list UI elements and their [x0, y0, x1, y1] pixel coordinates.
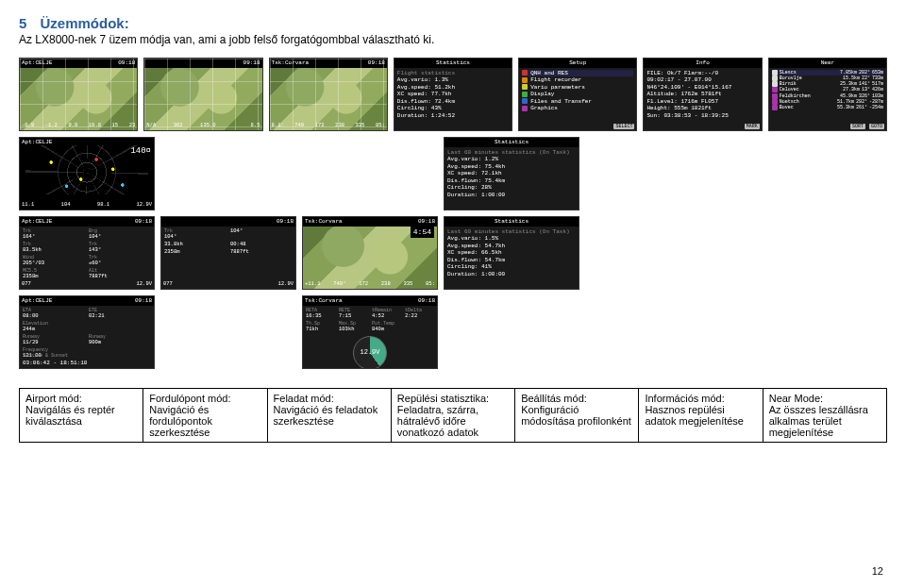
thumb-time: 09:18 [243, 59, 260, 67]
info-line: Height: 555m 1821ft [646, 105, 758, 112]
thumb-time: 09:18 [368, 59, 385, 67]
stats-subtitle: Flight statistics [397, 70, 509, 77]
menu-item: QNH and RES [530, 70, 568, 77]
stat-line: Dis.flown: 72.4km [397, 98, 509, 106]
thumb-turnpoint-data: 09:18 Trk104° 104° 33.8kh 00:48 2358m 78… [160, 216, 296, 290]
stat-line: Dis.flown: 75.4km [447, 177, 576, 185]
select-button: SELECT [613, 124, 634, 129]
airport-icon [772, 81, 778, 87]
menu-item: Vario parameters [530, 84, 585, 92]
task-time: 4:54 [411, 227, 434, 238]
menu-item-icon [522, 106, 528, 111]
goto-button: GOTO [869, 124, 884, 129]
menu-item: Files and Transfer [530, 98, 592, 106]
info-line: FILE: Ok/7 Flarm:--/0 [646, 70, 758, 77]
stat-line: XC speed: 72.1kh [447, 170, 576, 177]
desc-near: Near Mode:Az összes leszállásra alkalmas… [763, 389, 886, 443]
airport-icon [772, 76, 778, 81]
thumb-statistics: Statistics Flight statistics Avg.vario: … [394, 58, 512, 131]
stat-line: Duration: 1:00:00 [447, 271, 576, 278]
stat-line: Duration: 1:24:52 [397, 112, 509, 120]
mode-description-table: Airport mód:Navigálás és reptér kiválasz… [19, 388, 887, 443]
stat-line: Circling: 41% [447, 263, 576, 271]
airport-icon [772, 87, 778, 92]
thumb-airport-tactical: Apt:CELJE 140¤ 11.110498.112.9V [19, 137, 155, 210]
heading-text: Üzemmódok: [41, 15, 129, 31]
menu-item: Graphics [530, 105, 558, 112]
thumb-footer: -0.9 -1.2 9.9 19.8 15 23 [22, 123, 135, 129]
desc-stats: Repülési statisztika:Feladatra, szárra, … [391, 389, 514, 443]
panel-title: Near [821, 59, 834, 67]
thumb-task-info: Tsk:Corvara09:18 RETA16:35 RETE7:15 tRem… [302, 295, 438, 369]
desc-info: Információs mód:Hasznos repülési adatok … [639, 389, 763, 443]
thumb-row-4: Apt:CELJE09:18 ETA08:00 ETE02:21 Elevati… [19, 295, 887, 369]
thumb-title: Apt:CELJE [22, 218, 52, 226]
desc-turnpoint: Fordulópont mód:Navigáció és fordulópont… [143, 389, 267, 443]
thumb-statistics-60min: Statistics Last 60 minutes statistics (O… [444, 137, 579, 210]
airport-icon [772, 70, 778, 76]
airport-icon [772, 105, 778, 110]
thumb-airport-map: Apt:CELJE09:18 -0.9 -1.2 9.9 19.8 15 23 [19, 58, 138, 131]
stats-subtitle: Last 60 minutes statistics (On Task) [447, 228, 576, 236]
thumb-setup: Setup QNH and RES Flight recorder Vario … [518, 58, 637, 131]
stat-line: Dis.flown: 54.7km [447, 257, 576, 264]
thumb-statistics-60min-2: Statistics Last 60 minutes statistics (O… [444, 216, 579, 290]
sort-button: SORT [850, 124, 865, 129]
menu-item-icon [522, 98, 528, 104]
bearing-value: 140¤ [130, 146, 151, 157]
stat-line: Avg.vario: 1.5% [447, 235, 576, 243]
menu-item-icon [522, 70, 528, 76]
thumb-time: 09:18 [118, 59, 135, 67]
thumb-near: Near SLescs7.85km202°653m Borovlje15.5km… [768, 58, 887, 131]
thumb-title: Apt:CELJE [22, 59, 52, 67]
thumb-row-2: Apt:CELJE 140¤ 11.110498.112.9V Statisti… [19, 137, 887, 210]
panel-title: Info [696, 59, 709, 67]
stat-line: Circling: 28% [447, 184, 576, 192]
stat-line: Circling: 43% [397, 105, 509, 112]
info-line: Sun: 03:38:53 - 18:39:25 [646, 112, 758, 120]
panel-title: Setup [569, 59, 586, 67]
menu-item-icon [522, 92, 528, 97]
info-line: N46°24.109' - E014°15.167 [646, 84, 758, 92]
desc-task: Feladat mód:Navigáció és feladatok szerk… [267, 389, 391, 443]
thumb-title: Tsk:Corvara [272, 59, 310, 67]
thumb-footer: N/A 302 135.0 8.5 [146, 123, 260, 129]
desc-airport: Airport mód:Navigálás és reptér kiválasz… [20, 389, 143, 443]
stat-line: Avg.speed: 51.2kh [397, 84, 509, 92]
panel-title: Statistics [436, 59, 470, 67]
info-line: 09:02:17 - 27.07.00 [646, 76, 758, 84]
stat-line: XC speed: 66.5kh [447, 249, 576, 257]
thumb-task-map: Tsk:Corvara09:18 8.1: 749 172 238 335 85… [269, 58, 388, 131]
thumb-info: Info FILE: Ok/7 Flarm:--/0 09:02:17 - 27… [643, 58, 762, 131]
menu-item-icon [522, 84, 528, 90]
info-line: Fl.Level: 1716m FL057 [646, 98, 758, 106]
panel-title: Statistics [495, 218, 528, 226]
thumb-footer: 8.1: 749 172 238 335 85: [272, 123, 385, 129]
menu-item: Display [530, 91, 554, 98]
stats-subtitle: Last 60 minutes statistics (On Task) [447, 149, 576, 157]
thumb-airport-info: Apt:CELJE09:18 ETA08:00 ETE02:21 Elevati… [19, 295, 155, 369]
setup-list: QNH and RES Flight recorder Vario parame… [519, 68, 636, 114]
airport-icon [772, 99, 778, 105]
thumb-title: Apt:CELJE [22, 139, 52, 146]
thumb-row-3: Apt:CELJE09:18 Trk164° Brg104° Trk83.5kh… [19, 216, 887, 290]
stat-line: Avg.vario: 1.2% [447, 156, 576, 163]
near-name: Bovec [780, 105, 835, 110]
stat-line: Avg.speed: 75.4kh [447, 163, 576, 171]
thumb-title: Apt:CELJE [22, 297, 52, 305]
thumb-row-1: Apt:CELJE09:18 -0.9 -1.2 9.9 19.8 15 23 … [19, 58, 887, 131]
mark-button: MARK [745, 124, 760, 129]
panel-title: Statistics [495, 139, 528, 146]
section-subtext: Az LX8000-nek 7 üzem módja van, ami a jo… [19, 33, 887, 46]
thumb-turnpoint-map: 09:18 N/A 302 135.0 8.5 [143, 58, 262, 131]
stat-line: XC speed: 77.7kh [397, 91, 509, 98]
info-line: Altitude: 1762m 5781ft [646, 91, 758, 98]
desc-setup: Beállítás mód:Konfiguráció módosítása pr… [515, 389, 639, 443]
sunrise-sunset-value: 03:06:42 - 18:51:10 [23, 360, 87, 367]
gauge-icon: 12.9V [353, 336, 387, 369]
thumb-airport-data: Apt:CELJE09:18 Trk164° Brg104° Trk83.5kh… [19, 216, 155, 290]
section-heading: 5 Üzemmódok: [19, 15, 887, 31]
menu-item: Flight recorder [530, 76, 581, 84]
stat-line: Duration: 1:00:00 [447, 192, 576, 199]
thumb-task-data: Tsk:Corvara09:18 4:54 +11.1749°172238335… [302, 216, 438, 290]
